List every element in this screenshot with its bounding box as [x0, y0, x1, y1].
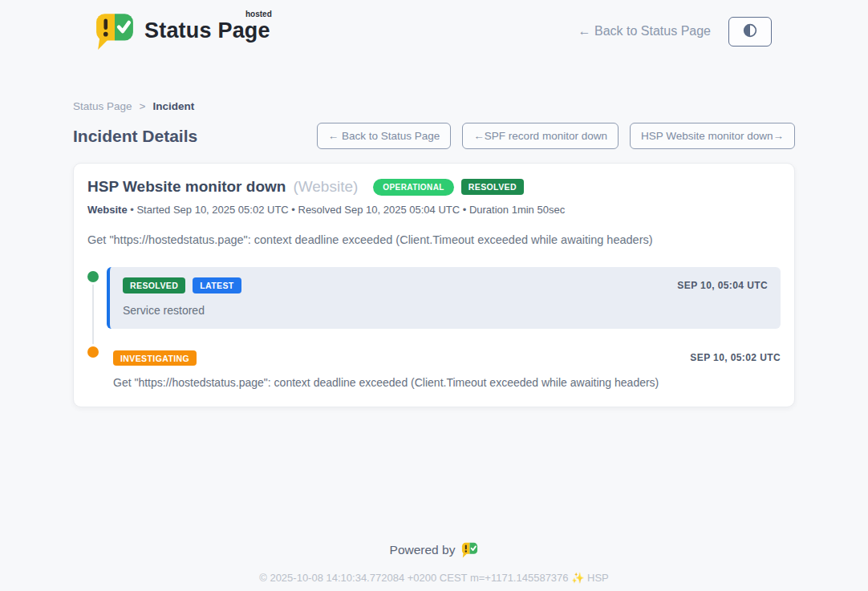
- top-header: Status Page hosted ← Back to Status Page: [0, 0, 868, 60]
- header-right-controls: ← Back to Status Page: [578, 17, 772, 47]
- copyright-line: © 2025-10-08 14:10:34.772084 +0200 CEST …: [0, 572, 868, 584]
- sparkles-icon: ✨: [571, 572, 584, 584]
- incident-title: HSP Website monitor down: [87, 178, 286, 196]
- copyright-text: © 2025-10-08 14:10:34.772084 +0200 CEST …: [259, 572, 568, 584]
- operational-status-badge: OPERATIONAL: [373, 179, 453, 196]
- powered-by-label: Powered by: [390, 543, 456, 557]
- timeline-entry-timestamp: SEP 10, 05:04 UTC: [677, 280, 768, 291]
- statuspage-mini-logo-icon: [461, 542, 478, 558]
- incident-nav-buttons: ← Back to Status Page ←SPF record monito…: [317, 123, 795, 149]
- incident-details-card: HSP Website monitor down (Website) OPERA…: [73, 163, 795, 407]
- resolved-status-badge: RESOLVED: [461, 179, 524, 195]
- timeline-entry-badges: INVESTIGATING: [113, 350, 197, 366]
- investigating-badge: INVESTIGATING: [113, 350, 197, 366]
- next-incident-button[interactable]: HSP Website monitor down→: [630, 123, 795, 149]
- incident-timeline: RESOLVED LATEST SEP 10, 05:04 UTC Servic…: [87, 267, 781, 389]
- timeline-connector-line: [92, 278, 94, 356]
- breadcrumb: Status Page > Incident: [73, 100, 795, 112]
- statuspage-logo[interactable]: Status Page hosted: [95, 12, 270, 51]
- brand-name: Status Page: [144, 18, 270, 43]
- prev-incident-button[interactable]: ←SPF record monitor down: [462, 123, 619, 149]
- incident-title-row: HSP Website monitor down (Website) OPERA…: [87, 178, 781, 196]
- half-circle-contrast-icon: [741, 22, 759, 42]
- back-to-status-page-button[interactable]: ← Back to Status Page: [317, 123, 452, 149]
- incident-meta-line: Website • Started Sep 10, 2025 05:02 UTC…: [87, 204, 781, 216]
- breadcrumb-status-page[interactable]: Status Page: [73, 100, 132, 112]
- breadcrumb-incident: Incident: [152, 100, 194, 112]
- timeline-entry-header: RESOLVED LATEST SEP 10, 05:04 UTC: [123, 277, 768, 293]
- footer-brand-suffix: HSP: [587, 572, 609, 584]
- incident-meta-dates: • Started Sep 10, 2025 05:02 UTC • Resol…: [128, 204, 566, 216]
- header-back-link[interactable]: ← Back to Status Page: [578, 24, 711, 38]
- theme-toggle-button[interactable]: [728, 17, 772, 47]
- timeline-entry-timestamp: SEP 10, 05:02 UTC: [690, 352, 781, 363]
- page-footer: Powered by © 2025-10-08 14:10:34.772084 …: [0, 542, 868, 584]
- page-title: Incident Details: [73, 127, 197, 146]
- latest-badge: LATEST: [193, 277, 241, 293]
- brand-superscript: hosted: [245, 10, 272, 18]
- statuspage-logo-icon: [95, 12, 135, 51]
- incident-component-name: Website: [87, 204, 128, 216]
- timeline-entry-message: Get "https://hostedstatus.page": context…: [113, 376, 781, 389]
- timeline-entry-message: Service restored: [123, 304, 768, 317]
- timeline-entry-resolved: RESOLVED LATEST SEP 10, 05:04 UTC Servic…: [107, 267, 781, 329]
- timeline-entry-header: INVESTIGATING SEP 10, 05:02 UTC: [113, 350, 781, 366]
- title-row: Incident Details ← Back to Status Page ←…: [73, 123, 795, 149]
- powered-by-link[interactable]: Powered by: [390, 542, 479, 558]
- incident-component-label: (Website): [293, 178, 358, 196]
- timeline-dot-investigating: [87, 346, 99, 358]
- timeline-entry-investigating: INVESTIGATING SEP 10, 05:02 UTC Get "htt…: [107, 350, 781, 390]
- breadcrumb-separator: >: [140, 100, 146, 112]
- logo-text-block: Status Page hosted: [144, 12, 270, 43]
- timeline-entry-badges: RESOLVED LATEST: [123, 277, 241, 293]
- timeline-dot-resolved: [87, 271, 99, 282]
- incident-description: Get "https://hostedstatus.page": context…: [87, 233, 781, 246]
- main-container: Status Page > Incident Incident Details …: [73, 100, 795, 407]
- resolved-badge: RESOLVED: [123, 277, 185, 293]
